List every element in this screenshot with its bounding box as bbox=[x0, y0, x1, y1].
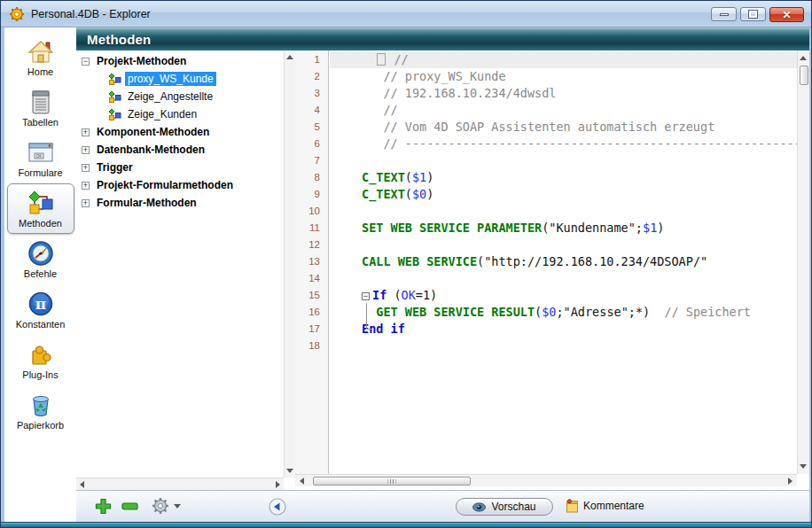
line-number: 9 bbox=[295, 186, 328, 203]
code-line[interactable] bbox=[362, 270, 797, 287]
maximize-button[interactable] bbox=[740, 7, 766, 21]
code-line[interactable]: SET WEB SERVICE PARAMETER("Kundenname";$… bbox=[362, 220, 797, 237]
scroll-up-icon[interactable] bbox=[800, 56, 807, 60]
tree-method-label: Zeige_Angestellte bbox=[125, 89, 215, 104]
code-token: // -------------------------------------… bbox=[362, 136, 797, 151]
collapse-panel-button[interactable] bbox=[269, 498, 286, 516]
sidebar-item-formulare[interactable]: OK Formulare bbox=[7, 133, 74, 183]
tree-method-item[interactable]: proxy_WS_Kunde bbox=[76, 70, 283, 88]
code-line[interactable] bbox=[362, 152, 797, 169]
code-token: ("http://192.168.10.234/4DSOAP/" bbox=[477, 254, 707, 268]
sidebar-item-papierkorb[interactable]: Papierkorb bbox=[7, 385, 74, 436]
constants-icon: π bbox=[27, 291, 54, 317]
code-line[interactable] bbox=[362, 203, 797, 220]
sidebar-item-tabellen[interactable]: Tabellen bbox=[7, 82, 74, 133]
sidebar: Home Tabellen OK Formulare bbox=[4, 27, 76, 522]
code-line[interactable]: C_TEXT($1) bbox=[362, 169, 797, 186]
expand-icon[interactable]: + bbox=[82, 199, 90, 207]
scroll-right-icon[interactable] bbox=[276, 481, 280, 488]
sidebar-item-befehle[interactable]: Befehle bbox=[7, 234, 74, 284]
tree-vertical-scrollbar[interactable] bbox=[284, 50, 295, 478]
code-line[interactable]: −If (OK=1) bbox=[362, 287, 797, 304]
scroll-down-icon[interactable] bbox=[286, 469, 293, 473]
tree-method-item[interactable]: Zeige_Angestellte bbox=[76, 88, 283, 105]
kommentare-toggle[interactable]: Kommentare bbox=[566, 499, 644, 513]
scroll-right-icon[interactable] bbox=[788, 478, 792, 485]
fold-minus-icon: − bbox=[362, 292, 370, 300]
code-line[interactable]: // 192.168.10.234/4dwsdl bbox=[362, 85, 797, 102]
delete-method-button[interactable] bbox=[121, 502, 138, 510]
close-button[interactable]: ✕ bbox=[769, 7, 804, 22]
code-line[interactable]: // proxy_WS_Kunde bbox=[362, 68, 797, 85]
code-line[interactable] bbox=[362, 237, 797, 253]
editor-vertical-scrollbar[interactable] bbox=[797, 50, 809, 474]
bottom-toolbar: Vorschau Kommentare bbox=[76, 490, 809, 522]
tree-group[interactable]: −Projekt-Methoden bbox=[76, 52, 283, 70]
collapse-icon[interactable]: − bbox=[82, 58, 90, 66]
expand-icon[interactable]: + bbox=[82, 128, 90, 136]
code-line[interactable]: // bbox=[330, 51, 797, 68]
line-number: 2 bbox=[295, 68, 328, 85]
fold-connector-line bbox=[366, 303, 372, 330]
code-line[interactable]: GET WEB SERVICE RESULT($0;"Adresse";*) /… bbox=[362, 304, 797, 321]
tree-method-item[interactable]: Zeige_Kunden bbox=[76, 105, 283, 123]
sidebar-label: Tabellen bbox=[22, 117, 59, 128]
line-number: 10 bbox=[295, 203, 328, 220]
sidebar-label: Plug-Ins bbox=[22, 369, 58, 380]
scroll-down-icon[interactable] bbox=[800, 464, 807, 469]
gear-options-button[interactable] bbox=[152, 497, 169, 515]
commands-icon bbox=[27, 240, 54, 267]
tree-method-label: Zeige_Kunden bbox=[125, 107, 199, 121]
method-icon bbox=[108, 108, 121, 121]
horizontal-scroll-thumb[interactable] bbox=[313, 477, 471, 485]
tree-group-label: Komponent-Methoden bbox=[97, 126, 209, 138]
tree-group[interactable]: +Komponent-Methoden bbox=[76, 123, 283, 141]
expand-icon[interactable]: + bbox=[82, 164, 90, 172]
sidebar-item-home[interactable]: Home bbox=[7, 32, 74, 82]
scroll-up-icon[interactable] bbox=[286, 55, 293, 59]
minimize-button[interactable] bbox=[711, 7, 737, 21]
add-method-button[interactable] bbox=[95, 498, 112, 515]
code-line[interactable]: // bbox=[362, 102, 797, 119]
code-line[interactable]: C_TEXT($0) bbox=[362, 186, 797, 203]
code-line[interactable]: // Vom 4D SOAP Assistenten automatisch e… bbox=[362, 119, 797, 136]
tree-group[interactable]: +Projekt-Formularmethoden bbox=[76, 176, 283, 194]
title-bar[interactable]: Personal.4DB - Explorer ✕ bbox=[1, 1, 812, 27]
code-token: ) bbox=[426, 187, 433, 201]
tables-icon bbox=[27, 89, 54, 115]
line-number-gutter: 123456789101112131415161718 bbox=[295, 50, 329, 474]
code-area[interactable]: // // proxy_WS_Kunde // 192.168.10.234/4… bbox=[330, 50, 797, 474]
sidebar-label: Methoden bbox=[19, 218, 62, 229]
code-token: // proxy_WS_Kunde bbox=[362, 69, 506, 83]
vorschau-button[interactable]: Vorschau bbox=[456, 498, 553, 516]
code-line[interactable]: // -------------------------------------… bbox=[362, 136, 797, 152]
scroll-left-icon[interactable] bbox=[80, 481, 84, 488]
code-token: C_TEXT bbox=[362, 170, 405, 184]
sidebar-label: Konstanten bbox=[16, 319, 66, 330]
editor-horizontal-scrollbar[interactable] bbox=[295, 474, 797, 486]
tree-group[interactable]: +Formular-Methoden bbox=[76, 194, 283, 212]
code-line[interactable]: CALL WEB SERVICE("http://192.168.10.234/… bbox=[362, 253, 797, 270]
line-number: 7 bbox=[295, 152, 328, 169]
code-token: $1 bbox=[643, 221, 657, 235]
sidebar-label: Befehle bbox=[24, 268, 57, 279]
gear-dropdown-arrow-icon[interactable] bbox=[174, 504, 181, 509]
tree-group[interactable]: +Datenbank-Methoden bbox=[76, 141, 283, 159]
code-line[interactable] bbox=[362, 338, 797, 354]
code-line[interactable]: End if bbox=[362, 321, 797, 338]
scroll-left-icon[interactable] bbox=[300, 478, 304, 485]
sidebar-item-konstanten[interactable]: π Konstanten bbox=[7, 284, 74, 335]
code-token: SET WEB SERVICE PARAMETER bbox=[362, 221, 542, 235]
text-caret bbox=[377, 53, 386, 66]
tree-group-label: Projekt-Formularmethoden bbox=[97, 179, 233, 191]
sidebar-label: Formulare bbox=[18, 167, 62, 178]
expand-icon[interactable]: + bbox=[82, 182, 90, 190]
tree-horizontal-scrollbar[interactable] bbox=[76, 478, 284, 490]
vertical-scroll-thumb[interactable] bbox=[800, 66, 808, 85]
tree-group[interactable]: +Trigger bbox=[76, 159, 283, 176]
minimize-icon bbox=[720, 13, 729, 16]
sidebar-item-plugins[interactable]: Plug-Ins bbox=[7, 335, 74, 385]
sidebar-item-methoden[interactable]: Methoden bbox=[7, 183, 74, 234]
code-token: ;"Adresse";*) bbox=[556, 305, 664, 319]
expand-icon[interactable]: + bbox=[82, 146, 90, 154]
